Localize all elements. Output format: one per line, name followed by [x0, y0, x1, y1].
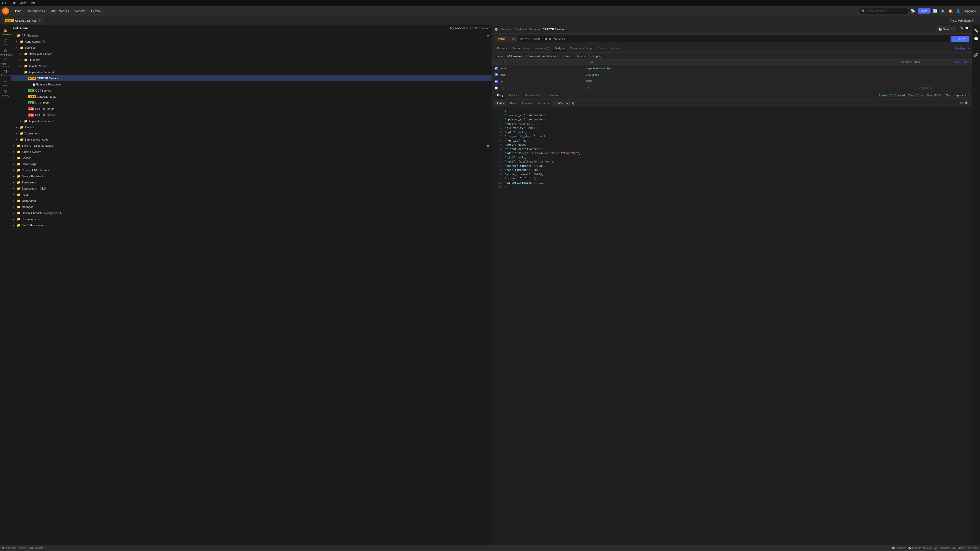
tree-item-nginx[interactable]: ▸ 📁 Nginx Web Server: [11, 51, 492, 57]
sidebar-item-collections[interactable]: ⊞ Collections: [1, 27, 10, 36]
right-panel-edit-icon[interactable]: ✏️: [973, 27, 980, 34]
bulk-edit-button[interactable]: Bulk Edit: [955, 61, 969, 64]
tree-item-elasticsearch[interactable]: ▸ 📁 Elasticsearch: [11, 179, 492, 186]
breadcrumb-app-server[interactable]: Application Server A: [514, 28, 540, 31]
edit-icon[interactable]: ✏️: [960, 27, 964, 32]
runner-button[interactable]: ▶ Runner: [953, 547, 965, 549]
filter-button[interactable]: ≡: [472, 27, 474, 30]
resp-tab-headers[interactable]: Headers (7): [522, 93, 542, 98]
tree-item-apache[interactable]: ▸ 📁 Apache Server: [11, 63, 492, 69]
tab-settings[interactable]: Settings: [608, 46, 623, 51]
tree-item-httpbin[interactable]: ▸ 📁 HTTPBin: [11, 57, 492, 63]
kv-placeholder-key[interactable]: Key: [500, 86, 584, 89]
new-tab-button[interactable]: +: [45, 18, 49, 23]
radio-graphql[interactable]: GraphQL: [588, 55, 603, 58]
kv-name-checkbox[interactable]: [495, 67, 498, 70]
tree-item-ocr[interactable]: ▸ 📁 Optical Character Recognition API: [11, 210, 492, 216]
tree-item-cachet[interactable]: ▸ 📁 Cachet: [11, 155, 492, 161]
tree-item-services[interactable]: ▾ 📁 Services: [11, 44, 492, 51]
tree-item-get-route[interactable]: GET GET Route: [11, 100, 492, 106]
tree-item-manager[interactable]: ▸ 📁 Manager: [11, 204, 492, 210]
right-panel-related-icon[interactable]: 🔗: [973, 52, 980, 59]
resp-tab-test-results[interactable]: Test Results: [543, 93, 563, 98]
sort-icon[interactable]: ⇅: [572, 101, 574, 105]
tab-authorization[interactable]: Authorization: [510, 46, 531, 51]
sidebar-item-flows[interactable]: ⋯ Flows: [1, 78, 10, 87]
nav-reports[interactable]: Reports: [73, 8, 88, 14]
tree-item-device-reg[interactable]: ▸ 📁 Device Registration: [11, 173, 492, 179]
tree-item-delete-service[interactable]: DEL DELETE Service: [11, 112, 492, 118]
save-response-button[interactable]: Save Response ▾: [944, 93, 969, 97]
tree-item-elasticsearch-old[interactable]: ▸ 📁 Elasticsearch_OLD: [11, 186, 492, 192]
right-panel-toggle-icon[interactable]: ⟩: [968, 47, 969, 50]
copy-icon[interactable]: ⧉: [960, 101, 963, 105]
nav-explore[interactable]: Explore: [89, 8, 103, 14]
radio-form-data[interactable]: form-data: [508, 55, 523, 58]
search-response-icon[interactable]: 🔍: [965, 101, 969, 105]
tab-params[interactable]: Params: [495, 46, 509, 51]
import-button[interactable]: Import: [482, 27, 490, 30]
sidebar-item-environments[interactable]: ⊙ Environments: [1, 48, 10, 57]
format-pretty[interactable]: Pretty: [495, 101, 506, 105]
search-bar[interactable]: 🔍 Search Postman: [858, 8, 909, 14]
kv-placeholder-desc[interactable]: Description: [918, 86, 969, 89]
tab-overflow-button[interactable]: ···: [50, 18, 56, 23]
url-input[interactable]: [517, 36, 950, 42]
menu-help[interactable]: Help: [30, 1, 35, 4]
format-visualize[interactable]: Visualize: [536, 101, 551, 105]
format-preview[interactable]: Preview: [520, 101, 534, 105]
method-select[interactable]: POST GET DELETE PUT PATCH: [495, 36, 515, 42]
profile-icon[interactable]: 👤: [956, 8, 961, 14]
menu-edit[interactable]: Edit: [11, 1, 16, 4]
new-workspace-button[interactable]: New: [475, 27, 480, 30]
trash-button[interactable]: 🗑 Trash: [968, 547, 978, 549]
breadcrumb-home-icon[interactable]: 🏠: [495, 27, 498, 31]
resp-tab-cookies[interactable]: Cookies: [507, 93, 522, 98]
settings-icon[interactable]: ⚙️: [940, 8, 946, 14]
tree-item-consumers[interactable]: ▸ 📁 Consumers: [11, 130, 492, 137]
tree-item-get-service[interactable]: GET GET Service: [11, 87, 492, 94]
tree-item-api-gateway[interactable]: ▾ 📁 API Gateway ★: [11, 32, 492, 38]
no-environment-select[interactable]: No Environment ▾: [948, 18, 976, 23]
menu-view[interactable]: View: [20, 1, 26, 4]
find-replace-button[interactable]: 🔍 Find and Replace: [2, 547, 26, 549]
upgrade-button[interactable]: Upgrade: [963, 8, 978, 14]
nav-home[interactable]: Home: [11, 8, 24, 14]
tab-prerequest[interactable]: Pre-request Script: [567, 46, 595, 51]
send-button[interactable]: Send ▾: [951, 36, 969, 42]
sync-icon[interactable]: 🔄: [932, 8, 938, 14]
right-panel-info-icon[interactable]: ℹ: [973, 43, 980, 51]
tree-item-citizens[interactable]: ▸ 📁 Citizens App: [11, 161, 492, 167]
tree-item-delete-route[interactable]: DEL DELETE Route: [11, 106, 492, 112]
format-raw[interactable]: Raw: [508, 101, 518, 105]
kv-port-checkbox[interactable]: [495, 80, 498, 83]
radio-urlencoded[interactable]: x-www-form-urlencoded: [526, 55, 560, 58]
cookies-bottom-button[interactable]: 🍪 Cookies: [892, 547, 905, 549]
invite-button[interactable]: Invite: [918, 8, 931, 14]
radio-none[interactable]: none: [495, 55, 504, 58]
tree-item-create-service[interactable]: ▾ POST CREATE Service: [11, 75, 492, 81]
sidebar-item-apis[interactable]: ◎ APIs: [1, 37, 10, 46]
kv-placeholder-value[interactable]: Value: [586, 86, 916, 89]
tab-body[interactable]: Body: [552, 46, 567, 51]
format-type-select[interactable]: JSON Text HTML XML: [553, 101, 570, 106]
resp-tab-body[interactable]: Body: [495, 93, 506, 98]
sidebar-item-history[interactable]: ⟳ History: [1, 88, 10, 97]
tab-create-service[interactable]: POST CREATE Service ✕: [2, 17, 44, 24]
right-panel-comment-icon[interactable]: 💬: [973, 35, 980, 42]
tree-item-app-server-b[interactable]: ▸ 📁 Application Server B: [11, 118, 492, 124]
sidebar-item-mock-servers[interactable]: ◻ Mock Servers: [1, 58, 10, 67]
menu-file[interactable]: File: [2, 1, 6, 4]
nav-api-network[interactable]: API Network▾: [49, 8, 72, 14]
tree-item-savd-elasticsearch[interactable]: ▸ 📁 SavD Elasticsearch: [11, 222, 492, 228]
tree-item-fcm[interactable]: ▸ 📁 FCM: [11, 192, 492, 198]
save-button[interactable]: 💾 Save ▾: [935, 27, 955, 32]
tree-item-app-server-a[interactable]: ▾ 📁 Application Server A: [11, 69, 492, 75]
tab-tests[interactable]: Tests: [596, 46, 608, 51]
cookies-link[interactable]: Cookies: [955, 47, 965, 50]
tree-item-bidding[interactable]: ▸ 📁 Bidding System: [11, 149, 492, 155]
tab-close-icon[interactable]: ✕: [38, 19, 41, 22]
tree-item-justshareit[interactable]: ▸ 📁 JustShareIt: [11, 198, 492, 204]
nav-workspaces[interactable]: Workspaces▾: [25, 8, 48, 14]
tree-item-services-auth[interactable]: ▸ 📁 Services with Auth: [11, 137, 492, 143]
